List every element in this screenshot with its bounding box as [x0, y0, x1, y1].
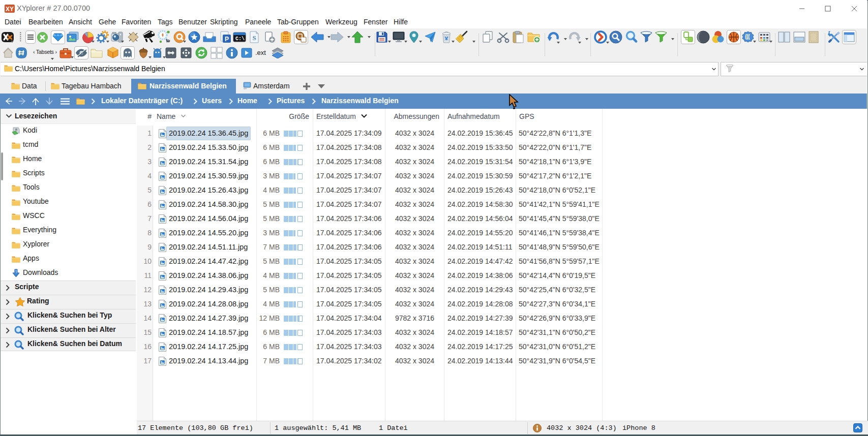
- svg-text:XY: XY: [6, 6, 14, 13]
- svg-text:P: P: [225, 36, 229, 43]
- svg-text:S: S: [252, 34, 256, 42]
- svg-text:C:\: C:\: [235, 36, 245, 42]
